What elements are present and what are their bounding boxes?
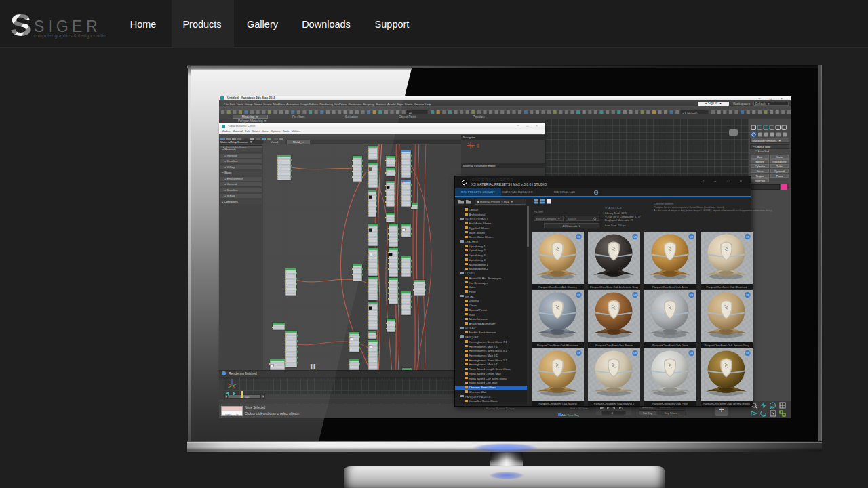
svg-text:VR: VR (690, 236, 693, 239)
svg-text:VR: VR (633, 236, 637, 239)
svg-text:▌▌: ▌▌ (311, 364, 317, 369)
svg-text:VR: VR (577, 352, 580, 355)
svg-text:ParquetChevSemi Ash Country: ParquetChevSemi Ash Country (538, 285, 578, 289)
svg-text:VR: VR (746, 236, 749, 239)
svg-text:VR: VR (690, 294, 693, 297)
svg-text:ParquetChevSemi Oak Natural 2: ParquetChevSemi Oak Natural 2 (594, 402, 635, 405)
svg-text:ParquetChevSemi Oak Pearl: ParquetChevSemi Oak Pearl (652, 402, 688, 405)
svg-text:VR: VR (690, 352, 693, 355)
svg-text:ParquetChevSemi Oak Bluestone: ParquetChevSemi Oak Bluestone (537, 344, 579, 347)
svg-text:ParquetChevSemi Oak Natural: ParquetChevSemi Oak Natural (538, 402, 576, 405)
svg-text:VR: VR (746, 352, 749, 355)
svg-text:ParquetChevSemi Oak Jensen Gra: ParquetChevSemi Oak Jensen Gray (704, 344, 749, 347)
svg-text:VR: VR (746, 294, 749, 297)
svg-text:ParquetChevSemi Oak Anthracite: ParquetChevSemi Oak Anthracite Gray (590, 285, 639, 289)
svg-text:VR: VR (633, 352, 637, 355)
svg-text:ParquetChevSemi Oak Aztec: ParquetChevSemi Oak Aztec (652, 285, 688, 289)
svg-text:VR: VR (577, 294, 580, 297)
svg-text:ParquetChevSemi Oak Verona Gre: ParquetChevSemi Oak Verona Green (703, 402, 750, 405)
svg-text:ParquetChevSemi Oak Dove: ParquetChevSemi Oak Dove (652, 344, 688, 347)
svg-text:VR: VR (633, 294, 637, 297)
svg-text:ParquetChevSemi Oak Brown: ParquetChevSemi Oak Brown (595, 344, 633, 347)
svg-text:ParquetChevSemi Oak Bleached: ParquetChevSemi Oak Bleached (706, 285, 747, 289)
svg-text:VR: VR (577, 236, 580, 239)
